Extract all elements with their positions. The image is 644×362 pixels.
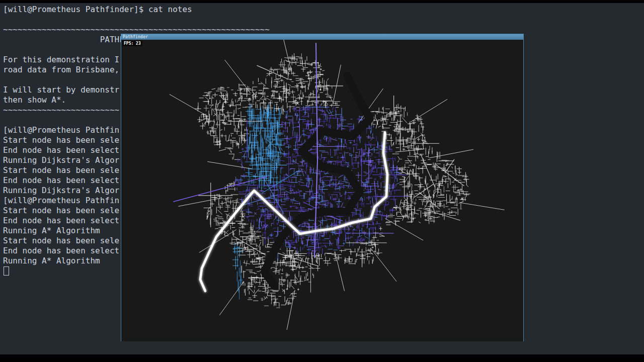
terminal-line: [will@Prometheus Pathfinder]$ cat notes [3, 5, 270, 15]
terminal-line: ~~~~~~~~~~~~~~~~~~~~~~~~~~~~~~~~~~~~~~~~… [3, 25, 270, 35]
window-title: Pathfinder [123, 35, 148, 39]
terminal-line [3, 15, 270, 25]
fps-badge: FPS: 23 [122, 41, 142, 46]
letterbox-bottom [0, 354, 644, 362]
map-canvas[interactable] [121, 40, 523, 341]
letterbox-top [0, 0, 644, 3]
window-titlebar[interactable]: Pathfinder [121, 34, 523, 40]
terminal-cursor [4, 266, 9, 276]
pathfinder-window[interactable]: Pathfinder FPS: 23 [121, 34, 524, 341]
